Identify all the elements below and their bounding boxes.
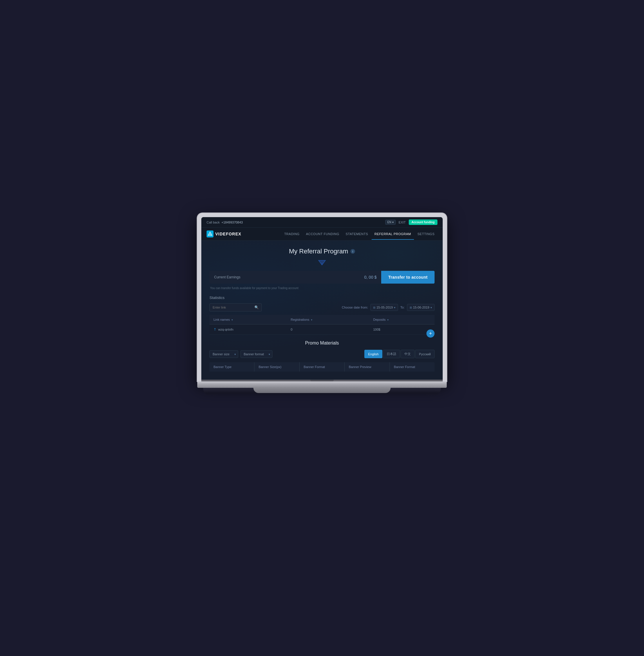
search-input[interactable] [209, 303, 262, 311]
date-from-value: 15-05-2019 [376, 306, 393, 309]
banner-format-select-wrap: Banner format [240, 350, 272, 358]
nav-account-funding[interactable]: ACCOUNT FUNDING [303, 228, 342, 240]
sort-link-names: ▾ [231, 319, 233, 321]
calendar-to-icon: ⊞ [410, 306, 412, 309]
statistics-section-title: Statistics [209, 296, 435, 300]
info-icon[interactable]: i [350, 249, 355, 254]
phone-number: +18499370843 [221, 221, 243, 224]
nav-statements[interactable]: STATEMENTS [343, 228, 371, 240]
logo-text: VIDEFOREX [215, 232, 242, 236]
navbar: VIDEFOREX TRADING ACCOUNT FUNDING STATEM… [201, 227, 443, 241]
screen: Call back +18499370843 EN ▾ EXIT Account… [201, 217, 443, 380]
date-from-input[interactable]: ⊞ 15-05-2019 ▾ [370, 304, 398, 311]
search-icon[interactable]: 🔍 [254, 305, 259, 309]
add-row-button[interactable]: + [427, 329, 435, 337]
call-back-label: Call back [207, 221, 220, 224]
banner-table-header: Banner Type Banner Size(px) Banner Forma… [209, 362, 435, 372]
date-from-label: Choose date from: [342, 306, 368, 309]
banner-col-preview: Banner Preview [345, 362, 390, 372]
col-registrations[interactable]: Registrations ▾ [286, 315, 369, 325]
lang-dropdown-icon: ▾ [392, 221, 394, 224]
link-arrow-icon: ↗ [213, 327, 217, 332]
page-title-row: My Referral Program i [209, 247, 435, 255]
promo-title: Promo Materials [209, 341, 435, 346]
account-funding-button[interactable]: Account funding [409, 219, 437, 225]
cell-link: ↗ wzq-qnlxfn [209, 325, 286, 335]
table-row: ↗ wzq-qnlxfn 0 100$ [209, 325, 435, 335]
nav-links: TRADING ACCOUNT FUNDING STATEMENTS REFER… [253, 228, 437, 240]
top-bar-left: Call back +18499370843 [207, 221, 243, 224]
date-from-arrow: ▾ [394, 306, 395, 309]
lang-value: EN [387, 221, 391, 224]
lang-tab-english[interactable]: English [364, 350, 382, 358]
nav-settings[interactable]: SETTINGS [415, 228, 437, 240]
logo-icon [207, 231, 213, 237]
sort-deposits: ▾ [387, 319, 389, 321]
earnings-bar: Current Earnings 0, 00 $ Transfer to acc… [209, 271, 435, 284]
banner-format-select[interactable]: Banner format [240, 350, 272, 358]
banner-size-select-wrap: Banner size [209, 350, 238, 358]
page-title: My Referral Program [289, 247, 348, 255]
funnel-icon [209, 260, 435, 266]
banner-col-type: Banner Type [209, 362, 254, 372]
cell-deposits: 100$ [369, 325, 435, 335]
link-name-value[interactable]: wzq-qnlxfn [218, 328, 233, 331]
filter-funnel-icon [318, 260, 326, 266]
language-selector[interactable]: EN ▾ [385, 220, 396, 225]
col-link-names[interactable]: Link names ▾ [209, 315, 286, 325]
transfer-note: You can transfer funds available for pay… [209, 286, 435, 290]
earnings-amount: 0, 00 $ [364, 275, 377, 280]
date-to-arrow: ▾ [431, 306, 432, 309]
exit-link[interactable]: EXIT [398, 221, 406, 224]
nav-referral-program[interactable]: REFERRAL PROGRAM [372, 228, 414, 240]
promo-controls: Banner size Banner format English 日本語 中文… [209, 350, 435, 358]
sort-registrations: ▾ [311, 319, 313, 321]
stats-table: Link names ▾ Registrations ▾ Deposits ▾ [209, 315, 435, 335]
top-bar-right: EN ▾ EXIT Account funding [385, 219, 437, 225]
laptop-wrapper: Call back +18499370843 EN ▾ EXIT Account… [197, 213, 447, 396]
logo[interactable]: VIDEFOREX [207, 227, 242, 240]
calendar-from-icon: ⊞ [373, 306, 375, 309]
lang-tab-russian[interactable]: Русский [415, 350, 435, 358]
date-to-value: 15-06-2019 [413, 306, 429, 309]
banner-col-format2: Banner Format [390, 362, 435, 372]
search-wrap: 🔍 [209, 303, 262, 311]
main-content: My Referral Program i Current Earnings 0… [201, 241, 443, 380]
banner-size-select[interactable]: Banner size [209, 350, 238, 358]
stats-table-container: Link names ▾ Registrations ▾ Deposits ▾ [209, 315, 435, 341]
cell-registrations: 0 [286, 325, 369, 335]
banner-col-size: Banner Size(px) [254, 362, 299, 372]
language-tabs: English 日本語 中文 Русский [364, 350, 435, 358]
lang-tab-chinese[interactable]: 中文 [400, 350, 415, 358]
banner-col-format: Banner Format [300, 362, 345, 372]
nav-trading[interactable]: TRADING [281, 228, 303, 240]
top-bar: Call back +18499370843 EN ▾ EXIT Account… [201, 217, 443, 227]
earnings-label: Current Earnings [214, 275, 364, 279]
transfer-to-account-button[interactable]: Transfer to account [381, 271, 435, 284]
date-to-input[interactable]: ⊞ 15-06-2019 ▾ [407, 304, 435, 311]
col-deposits[interactable]: Deposits ▾ [369, 315, 435, 325]
laptop-base [197, 381, 447, 388]
lang-tab-japanese[interactable]: 日本語 [383, 350, 400, 358]
date-controls: Choose date from: ⊞ 15-05-2019 ▾ To: ⊞ 1… [342, 304, 435, 311]
screen-bezel: Call back +18499370843 EN ▾ EXIT Account… [197, 213, 447, 381]
date-to-label: To: [400, 306, 405, 309]
stats-controls: 🔍 Choose date from: ⊞ 15-05-2019 ▾ To: ⊞… [209, 303, 435, 311]
